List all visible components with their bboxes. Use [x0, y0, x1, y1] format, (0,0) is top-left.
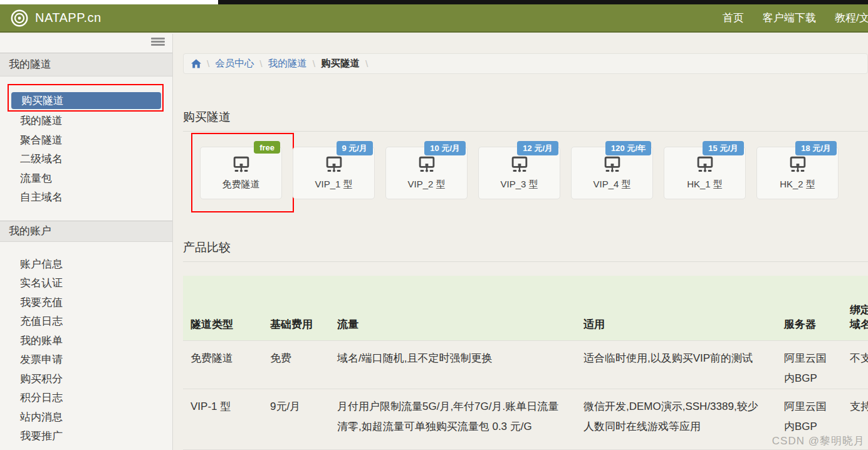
breadcrumb-separator: \ [365, 58, 368, 70]
free-badge: free [254, 141, 280, 154]
product-card-free[interactable]: free 免费隧道 [200, 147, 282, 199]
sidebar-item-my-bills[interactable]: 我的账单 [0, 332, 172, 351]
sidebar-item-my-tunnels[interactable]: 我的隧道 [0, 112, 172, 131]
product-card-vip3[interactable]: 12 元/月 VIP_3 型 [478, 147, 560, 199]
cell-traffic: 月付用户限制流量5G/月,年付7G/月.账单日流量清零,如超流量可单独购买流量包… [330, 389, 576, 449]
sidebar-item-own-domain[interactable]: 自主域名 [0, 188, 172, 207]
cell-server: 阿里云国内BGP [776, 340, 842, 389]
sidebar-item-real-name[interactable]: 实名认证 [0, 274, 172, 293]
sidebar: 我的隧道 购买隧道 我的隧道 聚合隧道 二级域名 流量包 自主域名 我的账户 账… [0, 34, 173, 450]
table-header-row: 隧道类型 基础费用 流量 适用 服务器 绑定自己的域名 [183, 276, 868, 340]
top-nav: 首页 客户端下载 教程/文档 [723, 4, 868, 31]
product-card-vip2[interactable]: 10 元/月 VIP_2 型 [385, 147, 468, 199]
cell-server: 阿里云国内BGP [776, 389, 842, 449]
nav-tutorial-docs[interactable]: 教程/文档 [835, 11, 868, 25]
monitor-icon [416, 156, 437, 174]
col-base-fee: 基础费用 [263, 276, 330, 340]
selected-item-annotation: 购买隧道 [8, 84, 164, 112]
product-name: VIP_3 型 [500, 179, 538, 191]
product-name: VIP_4 型 [593, 179, 630, 191]
topbar: NATAPP.cn 首页 客户端下载 教程/文档 [0, 4, 868, 33]
sidebar-item-merge-tunnel[interactable]: 聚合隧道 [0, 131, 172, 150]
cell-usage: 微信开发,DEMO演示,SSH/3389,较少人数同时在线游戏等应用 [576, 389, 776, 449]
breadcrumb-separator: \ [313, 58, 315, 70]
brand-name: NATAPP.cn [35, 11, 102, 25]
nav-home[interactable]: 首页 [723, 11, 744, 25]
col-usage: 适用 [576, 276, 776, 340]
cell-type: 免费隧道 [183, 340, 263, 389]
col-server: 服务器 [776, 276, 842, 340]
monitor-icon [694, 156, 716, 174]
product-card-vip4[interactable]: 120 元/年 VIP_4 型 [571, 147, 653, 199]
cell-type: VIP-1 型 [183, 389, 263, 449]
price-badge: 18 元/月 [795, 141, 837, 155]
product-cards: free 免费隧道 9 元/月 [200, 147, 868, 199]
product-name: HK_2 型 [780, 179, 815, 191]
monitor-icon [787, 156, 808, 174]
natapp-logo-icon [10, 9, 29, 28]
sidebar-item-promote[interactable]: 我要推广 [0, 427, 172, 446]
product-card-vip1[interactable]: 9 元/月 VIP_1 型 [293, 147, 375, 199]
product-card-hk2[interactable]: 18 元/月 HK_2 型 [756, 147, 839, 199]
breadcrumb-separator: \ [207, 58, 209, 70]
product-name: 免费隧道 [222, 179, 260, 191]
breadcrumb-my-tunnels[interactable]: 我的隧道 [268, 57, 307, 70]
col-custom-domain: 绑定自己的域名 [842, 276, 868, 340]
table-row-vip1: VIP-1 型 9元/月 月付用户限制流量5G/月,年付7G/月.账单日流量清零… [183, 389, 868, 449]
sidebar-item-buy-points[interactable]: 购买积分 [0, 370, 172, 389]
breadcrumb-separator: \ [259, 58, 262, 70]
sidebar-section-tunnels: 我的隧道 [0, 53, 172, 76]
cell-fee: 9元/月 [263, 389, 330, 449]
cell-usage: 适合临时使用,以及购买VIP前的测试 [576, 340, 776, 389]
price-badge: 120 元/年 [605, 141, 651, 155]
sidebar-item-invoice[interactable]: 发票申请 [0, 350, 172, 370]
sidebar-item-account-info[interactable]: 账户信息 [0, 255, 172, 275]
sidebar-item-recharge-log[interactable]: 充值日志 [0, 312, 172, 332]
product-name: VIP_2 型 [407, 179, 445, 191]
col-traffic: 流量 [330, 276, 576, 340]
cell-custom-domain: 支持 [842, 389, 868, 449]
cell-fee: 免费 [263, 340, 330, 389]
section-divider [183, 131, 868, 132]
product-card-hk1[interactable]: 15 元/月 HK_1 型 [664, 147, 746, 199]
col-tunnel-type: 隧道类型 [183, 276, 263, 340]
main-content: \ 会员中心 \ 我的隧道 \ 购买隧道 \ 购买隧道 free [173, 34, 868, 450]
product-name: HK_1 型 [687, 179, 723, 191]
price-badge: 12 元/月 [517, 141, 558, 155]
sidebar-item-site-messages[interactable]: 站内消息 [0, 408, 172, 427]
cell-traffic: 域名/端口随机,且不定时强制更换 [330, 340, 576, 389]
monitor-icon [509, 156, 530, 174]
compare-title: 产品比较 [183, 239, 868, 256]
price-badge: 10 元/月 [424, 141, 466, 155]
buy-tunnel-title: 购买隧道 [183, 109, 868, 125]
sidebar-item-traffic-pack[interactable]: 流量包 [0, 169, 172, 189]
sidebar-collapse-icon[interactable] [151, 38, 165, 47]
compare-table: 隧道类型 基础费用 流量 适用 服务器 绑定自己的域名 免费隧道 免费 域名/端… [183, 276, 868, 450]
section-divider [183, 261, 868, 262]
price-badge: 9 元/月 [337, 141, 373, 155]
product-name: VIP_1 型 [315, 179, 352, 191]
sidebar-tunnel-list: 我的隧道 聚合隧道 二级域名 流量包 自主域名 [0, 112, 172, 207]
monitor-icon [231, 156, 252, 174]
sidebar-item-subdomain[interactable]: 二级域名 [0, 150, 172, 169]
window-top-strip [0, 0, 868, 4]
sidebar-item-recharge[interactable]: 我要充值 [0, 293, 172, 313]
breadcrumb-current: 购买隧道 [321, 57, 360, 70]
sidebar-section-account: 我的账户 [0, 221, 172, 242]
monitor-icon [323, 156, 345, 174]
monitor-icon [602, 156, 623, 174]
cell-custom-domain: 不支持 [842, 340, 868, 389]
nav-client-download[interactable]: 客户端下载 [763, 11, 816, 25]
table-row-free: 免费隧道 免费 域名/端口随机,且不定时强制更换 适合临时使用,以及购买VIP前… [183, 340, 868, 389]
sidebar-item-buy-tunnel[interactable]: 购买隧道 [11, 92, 161, 109]
sidebar-account-list: 账户信息 实名认证 我要充值 充值日志 我的账单 发票申请 购买积分 积分日志 … [0, 255, 172, 446]
breadcrumb: \ 会员中心 \ 我的隧道 \ 购买隧道 \ [183, 53, 868, 74]
home-icon[interactable] [191, 59, 201, 68]
brand[interactable]: NATAPP.cn [0, 9, 102, 28]
price-badge: 15 元/月 [703, 141, 744, 155]
breadcrumb-member-center[interactable]: 会员中心 [215, 57, 254, 70]
sidebar-item-points-log[interactable]: 积分日志 [0, 389, 172, 408]
